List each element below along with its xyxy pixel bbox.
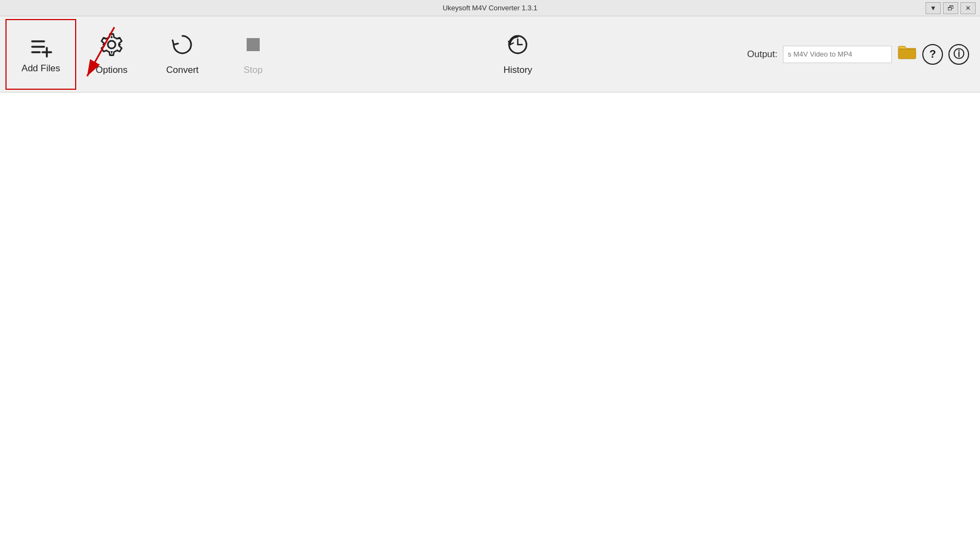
gear-icon xyxy=(100,33,124,60)
add-files-button[interactable]: Add Files xyxy=(5,19,76,90)
output-input[interactable] xyxy=(783,46,892,63)
output-area: Output: ? ⓘ xyxy=(747,44,969,65)
window-title: Ukeysoft M4V Converter 1.3.1 xyxy=(443,4,537,12)
toolbar: Add Files Options xyxy=(0,16,980,92)
folder-browse-button[interactable] xyxy=(897,46,917,63)
stop-button[interactable]: Stop xyxy=(218,19,289,90)
options-button[interactable]: Options xyxy=(76,19,147,90)
convert-label: Convert xyxy=(166,65,199,76)
question-mark-icon: ? xyxy=(929,48,936,60)
svg-rect-10 xyxy=(898,49,916,59)
add-files-icon xyxy=(29,35,53,59)
convert-button[interactable]: Convert xyxy=(147,19,218,90)
restore-button[interactable]: 🗗 xyxy=(943,2,958,14)
help-button[interactable]: ? xyxy=(922,44,943,65)
stop-label: Stop xyxy=(244,65,263,76)
info-button[interactable]: ⓘ xyxy=(948,44,969,65)
main-content xyxy=(0,92,980,544)
history-button[interactable]: History xyxy=(482,19,553,90)
history-label: History xyxy=(504,65,532,76)
convert-icon xyxy=(170,33,194,60)
title-bar: Ukeysoft M4V Converter 1.3.1 ▼ 🗗 ✕ xyxy=(0,0,980,16)
svg-rect-6 xyxy=(247,38,260,51)
options-label: Options xyxy=(96,65,128,76)
output-label: Output: xyxy=(747,49,777,60)
stop-icon xyxy=(241,33,265,60)
info-icon: ⓘ xyxy=(953,47,964,61)
folder-icon xyxy=(898,45,916,64)
svg-point-5 xyxy=(108,41,115,48)
minimize-button[interactable]: ▼ xyxy=(926,2,941,14)
close-button[interactable]: ✕ xyxy=(960,2,976,14)
add-files-label: Add Files xyxy=(22,63,60,74)
history-icon xyxy=(506,33,530,60)
window-controls: ▼ 🗗 ✕ xyxy=(926,2,976,14)
